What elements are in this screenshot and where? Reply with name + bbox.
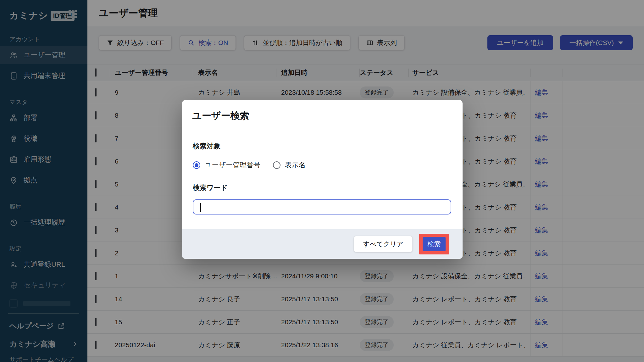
search-target-label: 検索対象 [193, 142, 452, 151]
clear-all-label: すべてクリア [363, 240, 403, 248]
clear-all-button[interactable]: すべてクリア [354, 236, 413, 252]
modal-body: 検索対象 ユーザー管理番号 表示名 検索ワード [182, 132, 463, 214]
search-target-radios: ユーザー管理番号 表示名 [193, 160, 452, 170]
radio-user-id-label: ユーザー管理番号 [205, 160, 260, 170]
keyword-label: 検索ワード [193, 183, 452, 192]
radio-display-name-label: 表示名 [285, 160, 306, 170]
user-search-modal: ユーザー検索 検索対象 ユーザー管理番号 表示名 検索ワード すべてクリア 検索 [182, 100, 463, 259]
modal-header: ユーザー検索 [182, 100, 463, 132]
search-submit-label: 検索 [428, 240, 441, 248]
radio-display-name[interactable] [273, 161, 280, 169]
modal-title: ユーザー検索 [192, 109, 249, 122]
search-submit-button[interactable]: 検索 [423, 237, 446, 251]
keyword-input[interactable] [193, 199, 451, 214]
text-caret [200, 203, 201, 212]
radio-user-id[interactable] [193, 161, 200, 169]
modal-footer: すべてクリア 検索 [182, 229, 463, 259]
click-highlight-box: 検索 [419, 234, 449, 254]
